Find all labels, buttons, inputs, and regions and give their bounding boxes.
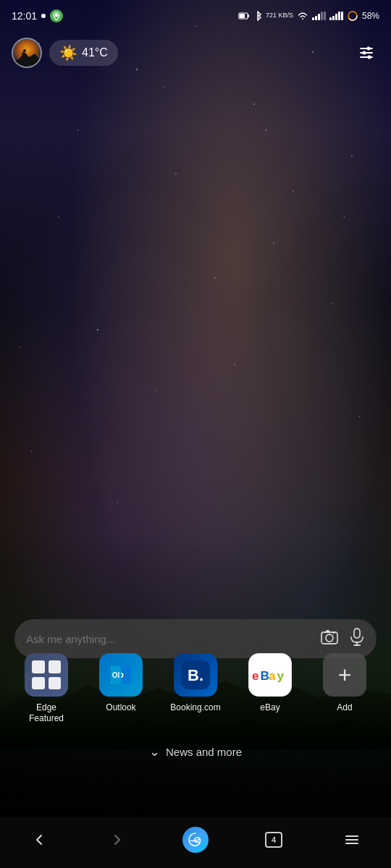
svg-point-14	[368, 56, 371, 59]
app-shortcuts: EdgeFeatured o Ol Outlook B. Booking.com	[14, 653, 377, 723]
outlook-icon: o Ol	[99, 653, 143, 697]
tabs-count-box: 4	[265, 832, 282, 848]
signal-bars-2	[329, 12, 343, 20]
nav-tabs-button[interactable]: 4	[256, 824, 292, 856]
status-right: 721 KB/S 58%	[238, 10, 379, 22]
svg-rect-18	[354, 629, 360, 638]
svg-text:B.: B.	[188, 666, 203, 684]
add-icon: +	[323, 653, 366, 697]
svg-text:y: y	[277, 668, 285, 683]
status-left: 12:01	[12, 9, 63, 22]
svg-text:a: a	[269, 668, 276, 683]
camera-search-icon[interactable]	[320, 629, 339, 650]
svg-point-1	[55, 14, 59, 17]
add-label: Add	[337, 702, 352, 712]
svg-point-8	[23, 49, 26, 52]
network-speed: 721 KB/S	[266, 12, 293, 20]
news-chevron: ⌄	[149, 744, 160, 760]
svg-point-16	[326, 634, 333, 642]
svg-point-12	[367, 47, 371, 51]
weather-widget[interactable]: ☀️ 41°C	[49, 40, 118, 66]
nav-edge-logo-button[interactable]	[177, 824, 214, 856]
status-bar: 12:01 721 KB/S	[0, 0, 391, 32]
ebay-label: eBay	[260, 702, 279, 712]
settings-filter-button[interactable]	[353, 40, 379, 66]
nav-forward-button[interactable]	[99, 824, 135, 856]
signal-bars-1	[312, 12, 326, 20]
bottom-nav: 4	[0, 817, 391, 868]
top-widgets: ☀️ 41°C	[12, 38, 379, 68]
app-item-outlook[interactable]: o Ol Outlook	[89, 653, 153, 723]
nav-back-button[interactable]	[21, 824, 57, 856]
svg-text:e: e	[252, 668, 259, 683]
app-item-edge-featured[interactable]: EdgeFeatured	[14, 653, 78, 723]
forward-arrow-icon	[109, 832, 125, 848]
svg-rect-4	[240, 14, 245, 18]
status-dot	[41, 14, 46, 18]
svg-rect-3	[248, 14, 249, 17]
app-item-ebay[interactable]: e B a y eBay	[238, 653, 302, 723]
edge-featured-icon	[25, 653, 68, 697]
menu-icon	[344, 832, 360, 848]
search-bar[interactable]	[14, 619, 377, 658]
svg-rect-17	[326, 630, 329, 632]
search-input[interactable]	[26, 633, 313, 645]
mic-icon[interactable]	[349, 628, 365, 650]
nav-menu-button[interactable]	[334, 824, 370, 856]
weather-temperature: 41°C	[82, 46, 108, 59]
search-icons	[320, 628, 365, 650]
profile-weather: ☀️ 41°C	[12, 38, 118, 68]
bluetooth-icon	[253, 10, 262, 22]
booking-label: Booking.com	[170, 702, 220, 712]
tabs-count: 4	[272, 835, 276, 844]
ebay-icon: e B a y	[248, 653, 292, 697]
app-item-add[interactable]: + Add	[313, 653, 377, 723]
svg-text:Ol: Ol	[112, 671, 120, 679]
edge-logo-icon	[182, 827, 209, 853]
app-item-booking[interactable]: B. Booking.com	[164, 653, 227, 723]
wifi-icon	[297, 11, 308, 21]
battery-circle-icon	[347, 10, 358, 22]
booking-icon: B.	[174, 653, 217, 697]
filter-icon	[358, 44, 375, 61]
weather-icon: ☀️	[59, 44, 77, 61]
avatar[interactable]	[12, 38, 42, 68]
battery-percent: 58%	[362, 11, 379, 21]
status-time: 12:01	[12, 10, 37, 22]
edge-featured-label: EdgeFeatured	[29, 702, 64, 723]
location-icon	[50, 9, 63, 22]
outlook-label: Outlook	[106, 702, 135, 712]
battery-icon	[238, 10, 250, 22]
news-more-label: News and more	[166, 746, 242, 758]
svg-point-13	[363, 51, 366, 55]
news-more[interactable]: ⌄ News and more	[0, 744, 391, 760]
back-arrow-icon	[31, 832, 47, 848]
search-container	[14, 619, 377, 658]
